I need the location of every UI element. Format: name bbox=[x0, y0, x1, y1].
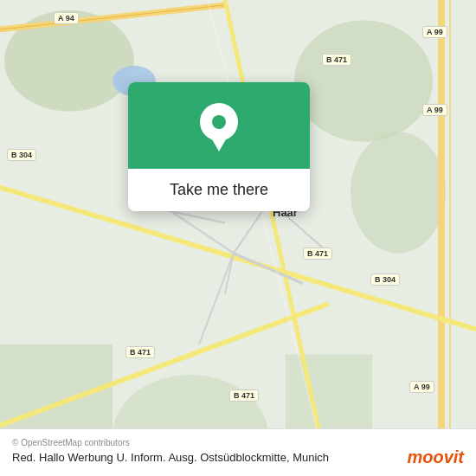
location-title: Red. Hallo Werbung U. Inform. Ausg. Osts… bbox=[12, 451, 464, 466]
moovit-logo: moovit bbox=[407, 447, 464, 467]
road-label-b471-bot2: B 471 bbox=[229, 389, 259, 402]
map-roads bbox=[0, 0, 476, 476]
svg-point-3 bbox=[351, 132, 446, 253]
location-pin bbox=[200, 103, 238, 148]
road-label-b471-top: B 471 bbox=[322, 54, 351, 66]
map-attribution: © OpenStreetMap contributors bbox=[12, 438, 464, 447]
bottom-bar: © OpenStreetMap contributors Red. Hallo … bbox=[0, 428, 476, 476]
popup-green-area bbox=[128, 82, 310, 169]
take-me-there-button[interactable]: Take me there bbox=[128, 169, 310, 211]
popup-card: Take me there bbox=[128, 82, 310, 211]
road-label-b471-mid: B 471 bbox=[303, 248, 332, 260]
road-label-b304-left: B 304 bbox=[7, 149, 36, 161]
road-label-b471-bot1: B 471 bbox=[125, 346, 155, 358]
svg-point-2 bbox=[294, 20, 433, 141]
map-container: A 94 B 471 A 99 A 99 B 304 B 304 B 471 B… bbox=[0, 0, 476, 476]
pin-dot bbox=[212, 115, 226, 129]
pin-circle bbox=[200, 103, 238, 141]
road-label-a99-mid: A 99 bbox=[422, 104, 447, 116]
road-label-a94: A 94 bbox=[54, 12, 79, 24]
road-label-a99-top: A 99 bbox=[422, 26, 447, 38]
svg-rect-6 bbox=[286, 355, 372, 436]
road-label-b304-right: B 304 bbox=[370, 273, 400, 286]
road-label-a99-bot1: A 99 bbox=[409, 381, 434, 393]
pin-tail bbox=[212, 139, 226, 151]
